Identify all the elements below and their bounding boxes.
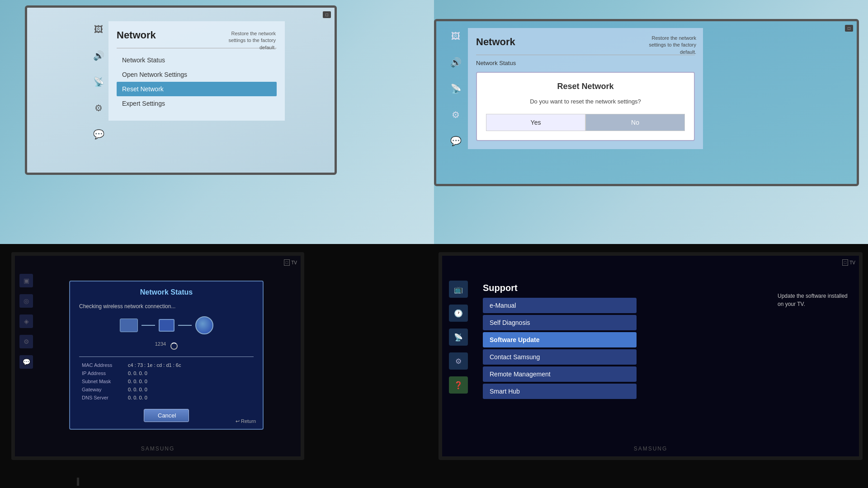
sidebar-br-icon3: 📡	[449, 328, 468, 346]
sidebar-tr-icon-network: 📡	[448, 80, 464, 97]
subnet-label: Subnet Mask	[80, 378, 125, 385]
tv-badge-bl: □ TV	[284, 259, 297, 266]
sidebar-tr-icon-sound: 🔊	[448, 54, 464, 70]
sidebar-bl-icon2: ◎	[19, 294, 33, 308]
ns-spinner	[170, 343, 178, 350]
monitor-icon-tl: □	[323, 11, 331, 18]
dns-label: DNS Server	[80, 394, 125, 401]
sidebar-icon-sound: 🔊	[90, 47, 107, 64]
ns-separator	[79, 357, 254, 357]
support-description-br: Update the software installed on your TV…	[778, 292, 850, 308]
monitor-tl: □ 🖼 🔊 📡 ⚙ 💬 Network Restore the network …	[25, 5, 337, 175]
sidebar-bl-icon4: ⚙	[19, 335, 33, 348]
gateway-value: 0. 0. 0. 0	[126, 386, 253, 393]
reset-network-dialog: Reset Network Do you want to reset the n…	[476, 72, 695, 141]
ns-line2	[178, 325, 192, 326]
sidebar-bl-icon3: ◈	[19, 314, 33, 328]
dialog-buttons-tr: Yes No	[486, 114, 685, 131]
support-title-br: Support	[483, 283, 637, 293]
menu-tl: Network Status Open Network Settings Res…	[117, 53, 277, 111]
dialog-title-tr: Reset Network	[486, 82, 685, 91]
network-desc-tr: Restore the network settings to the fact…	[637, 35, 696, 56]
sidebar-bl: ▣ ◎ ◈ ⚙ 💬	[19, 274, 33, 369]
samsung-logo-bl: SAMSUNG	[141, 446, 175, 452]
quadrant-top-right: □ 🖼 🔊 📡 ⚙ 💬 Network Restore the network …	[434, 0, 868, 244]
dialog-no-btn[interactable]: No	[585, 114, 685, 131]
support-menu-self-diagnosis[interactable]: Self Diagnosis	[483, 315, 637, 330]
support-menu-remote-management[interactable]: Remote Management	[483, 366, 637, 382]
support-menu-e-manual[interactable]: e-Manual	[483, 298, 637, 313]
return-text-bl: ↩ Return	[236, 418, 256, 424]
samsung-ui-tl: 🖼 🔊 📡 ⚙ 💬 Network Restore the network se…	[90, 21, 321, 148]
quadrant-bottom-right: □ TV 📺 🕐 📡 ⚙ ❓ Support e-Manual Self Dia…	[434, 244, 868, 488]
sidebar-br: 📺 🕐 📡 ⚙ ❓	[449, 281, 468, 394]
sidebar-br-icon2: 🕐	[449, 305, 468, 322]
quadrant-top-left: □ 🖼 🔊 📡 ⚙ 💬 Network Restore the network …	[0, 0, 434, 244]
samsung-logo-br: SAMSUNG	[634, 446, 668, 452]
sidebar-icon-network: 📡	[90, 74, 107, 90]
network-status-label-tr: Network Status	[476, 60, 695, 66]
cable-bl	[77, 478, 79, 486]
ns-globe	[195, 316, 213, 334]
ns-checking: Checking wireless network connection...	[79, 303, 254, 310]
subnet-value: 0. 0. 0. 0	[126, 378, 253, 385]
cancel-button-bl[interactable]: Cancel	[144, 409, 189, 422]
support-menu-software-update[interactable]: Software Update	[483, 332, 637, 347]
monitor-icon-tr: □	[845, 25, 853, 32]
dialog-yes-btn[interactable]: Yes	[486, 114, 585, 131]
ns-router	[159, 319, 175, 332]
tv-screen-bl: □ TV ▣ ◎ ◈ ⚙ 💬 Network Status Checking w…	[11, 252, 304, 460]
support-menu-contact-samsung[interactable]: Contact Samsung	[483, 349, 637, 365]
dialog-text-tr: Do you want to reset the network setting…	[486, 98, 685, 105]
menu-item-expert-settings[interactable]: Expert Settings	[117, 96, 277, 111]
ns-title: Network Status	[79, 288, 254, 296]
network-panel-tr: Network Restore the network settings to …	[468, 28, 703, 149]
tv-badge-br: □ TV	[842, 259, 855, 266]
sidebar-tr-icon-support: 💬	[448, 133, 464, 149]
network-desc-tl: Restore the network settings to the fact…	[222, 30, 276, 51]
ns-code: 1234	[155, 341, 166, 347]
samsung-ui-tr: 🖼 🔊 📡 ⚙ 💬 Network Restore the network se…	[448, 28, 809, 168]
monitor-tr: □ 🖼 🔊 📡 ⚙ 💬 Network Restore the network …	[434, 19, 859, 186]
sidebar-tr-icon-settings: ⚙	[448, 107, 464, 123]
network-status-dialog-bl: Network Status Checking wireless network…	[69, 281, 264, 430]
mac-value: c4 : 73 : 1e : cd : d1 : 6c	[126, 361, 253, 369]
network-panel-tl: Network Restore the network settings to …	[108, 21, 285, 121]
menu-item-network-status[interactable]: Network Status	[117, 53, 277, 67]
dns-value: 0. 0. 0. 0	[126, 394, 253, 401]
menu-item-open-network[interactable]: Open Network Settings	[117, 67, 277, 82]
sidebar-bl-icon1: ▣	[19, 274, 33, 287]
sidebar-icon-picture: 🖼	[90, 21, 107, 38]
support-panel-br: Support e-Manual Self Diagnosis Software…	[483, 283, 637, 401]
sidebar-tr-icon-picture: 🖼	[448, 28, 464, 44]
sidebar-tl: 🖼 🔊 📡 ⚙ 💬	[90, 21, 107, 142]
menu-item-reset-network[interactable]: Reset Network	[117, 82, 277, 96]
ip-label: IP Address	[80, 370, 125, 377]
sidebar-icon-support: 💬	[90, 126, 107, 142]
gateway-label: Gateway	[80, 386, 125, 393]
ns-line1	[142, 325, 155, 326]
sidebar-bl-icon5: 💬	[19, 355, 33, 369]
sidebar-br-icon5: ❓	[449, 376, 468, 394]
ns-device-box	[120, 319, 138, 332]
sidebar-tr: 🖼 🔊 📡 ⚙ 💬	[448, 28, 464, 149]
ns-visual	[79, 316, 254, 334]
sidebar-br-icon4: ⚙	[449, 352, 468, 370]
support-menu-smart-hub[interactable]: Smart Hub	[483, 384, 637, 399]
sidebar-icon-settings: ⚙	[90, 100, 107, 116]
tv-screen-br: □ TV 📺 🕐 📡 ⚙ ❓ Support e-Manual Self Dia…	[439, 252, 863, 460]
sidebar-br-icon1: 📺	[449, 281, 468, 298]
ns-table: MAC Address c4 : 73 : 1e : cd : d1 : 6c …	[79, 361, 254, 402]
ip-value: 0. 0. 0. 0	[126, 370, 253, 377]
quadrant-bottom-left: □ TV ▣ ◎ ◈ ⚙ 💬 Network Status Checking w…	[0, 244, 434, 488]
mac-label: MAC Address	[80, 361, 125, 369]
